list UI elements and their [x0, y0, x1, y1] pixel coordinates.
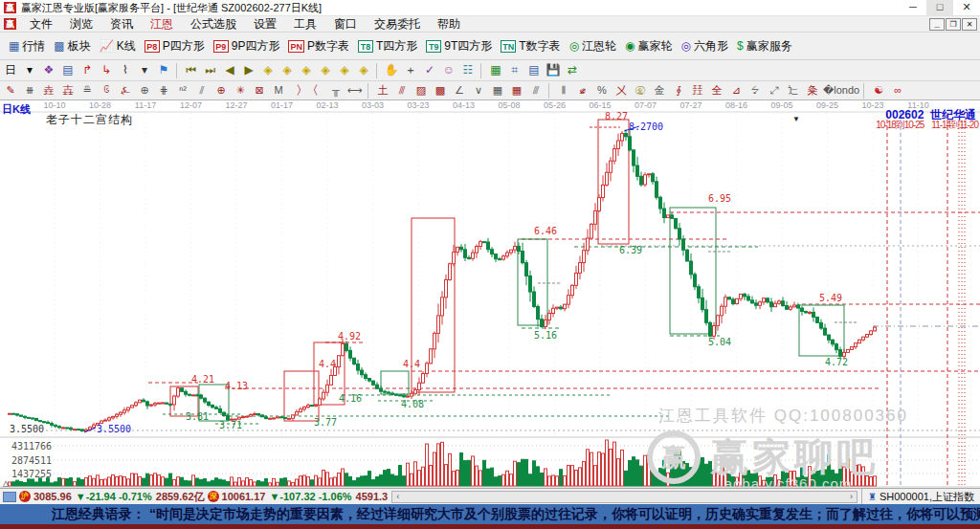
mask-tool-icon[interactable]: ☺ [440, 62, 457, 79]
percent-tool-icon[interactable]: % [593, 83, 611, 99]
menu-item-0[interactable]: 文件 [21, 17, 61, 31]
hexagon-button[interactable]: ◎六角形 [681, 38, 728, 55]
menu-item-4[interactable]: 公式选股 [182, 17, 245, 31]
slope1-tool-icon[interactable]: ⊿ [727, 83, 745, 99]
gold-box-tool-icon[interactable]: 全 [708, 83, 725, 99]
p-table-button[interactable]: PNP数字表 [288, 38, 349, 55]
period-dropdown[interactable]: ▾ [21, 62, 38, 79]
9p-square-button[interactable]: P99P四方形 [213, 38, 280, 55]
trend-tool-icon[interactable]: ∠ [451, 83, 468, 99]
notes-icon[interactable]: ▤ [525, 62, 543, 79]
chart-up-icon[interactable]: ↱ [78, 62, 96, 79]
shade-box2-tool-icon[interactable]: ▩ [432, 83, 449, 99]
ruler-tool-icon[interactable]: ⋕ [155, 83, 172, 99]
grid-lines-tool-icon[interactable]: ⧻ [21, 83, 38, 99]
percent-fan-tool-icon[interactable]: ⸙ [574, 83, 591, 99]
next-icon[interactable]: ▶ [240, 62, 257, 79]
zoom-diamond-6-icon[interactable]: ◈ [355, 62, 372, 79]
infinity-icon[interactable]: ∞ [889, 83, 906, 99]
rays-tool-icon[interactable]: ⫻ [393, 83, 411, 99]
hatch-tool-icon[interactable]: ⫻ [527, 83, 545, 99]
zoom-diamond-3-icon[interactable]: ◈ [298, 62, 315, 79]
export-icon[interactable]: ⇄ [564, 62, 581, 79]
wave-m-tool-icon[interactable]: M [270, 83, 287, 99]
menu-item-9[interactable]: 帮助 [429, 17, 469, 31]
chart-down-icon[interactable]: ↳ [98, 62, 115, 79]
menu-item-2[interactable]: 资讯 [101, 17, 142, 31]
dots-line-tool-icon[interactable]: �londo [823, 83, 859, 99]
fib-tool-icon[interactable]: ≞ [78, 83, 96, 99]
square-n-tool-icon[interactable]: ⁿ² [174, 83, 191, 99]
bridge-tool-icon[interactable]: ╥ [327, 83, 345, 99]
menu-item-5[interactable]: 设置 [245, 17, 285, 31]
zoom-diamond-4-icon[interactable]: ◈ [317, 62, 334, 79]
indicator-flag-icon[interactable]: ⚑ [155, 62, 172, 79]
sectors-button[interactable]: ▩板块 [54, 38, 90, 55]
menu-item-8[interactable]: 交易委托 [366, 17, 429, 31]
save-icon[interactable]: 💾 [545, 62, 562, 79]
maximize-button[interactable]: □ [926, 0, 953, 15]
grid-icon[interactable] [3, 492, 16, 502]
range-tool-icon[interactable]: ⟷ [346, 83, 364, 99]
ratio-tool-icon[interactable]: ⦀ [555, 83, 572, 99]
menu-item-7[interactable]: 窗口 [325, 17, 366, 31]
winner-wheel-button[interactable]: ◉赢家轮 [625, 38, 672, 55]
hand-tool-icon[interactable]: ✋ [383, 62, 400, 79]
t-table-button[interactable]: TNT数字表 [501, 38, 560, 55]
current-index-panel[interactable]: ♜ SH000001,上证指数 [861, 489, 980, 504]
gold-circle-tool-icon[interactable]: ㊎ [632, 83, 649, 99]
menu-item-6[interactable]: 工具 [285, 17, 325, 31]
zoom-diamond-2-icon[interactable]: ◈ [278, 62, 296, 79]
menu-item-3[interactable]: 江恩 [142, 17, 182, 31]
band-tool-icon[interactable]: 㠭 [689, 83, 706, 99]
slope2-tool-icon[interactable]: ⭍ [746, 83, 764, 99]
quotes-button[interactable]: ▦行情 [9, 38, 45, 55]
slope3-tool-icon[interactable]: ⤢ [766, 83, 783, 99]
close-button[interactable]: ✕ [953, 0, 980, 15]
kline-chart[interactable]: 日K线 老子十二宫结构 002602 世纪华通 10-18到10-2511-14… [0, 100, 980, 488]
target-tool-icon[interactable]: ⊕ [212, 83, 230, 99]
vee-tool-icon[interactable]: ∨ [470, 83, 487, 99]
calculator-icon[interactable]: ⌗ [506, 62, 523, 79]
gann-wheel-button[interactable]: ◎江恩轮 [569, 38, 616, 55]
calendar-icon[interactable]: ▦ [487, 62, 504, 79]
shenzhen-icon[interactable]: 深 [208, 491, 219, 502]
cross-tool-icon[interactable]: ＋ [402, 62, 419, 79]
scroll-right-arrow[interactable]: › [846, 492, 857, 501]
p-square-button[interactable]: P8P四方形 [145, 38, 205, 55]
period-day-button[interactable]: 日 [2, 62, 19, 79]
t-square-button[interactable]: T8T四方形 [358, 38, 417, 55]
fan-lines-tool-icon[interactable]: 粂 [804, 83, 821, 99]
channel-tool-icon[interactable]: ⫽ [193, 83, 211, 99]
cycle-tool-icon[interactable]: ⊕ [136, 83, 153, 99]
shanghai-icon[interactable]: 沪 [19, 491, 31, 502]
candle-style-icon[interactable]: ⌇ [117, 62, 134, 79]
gann-fan-up-tool-icon[interactable]: 🮥 [289, 83, 306, 99]
gann-fan-dn-tool-icon[interactable]: 🮤 [308, 83, 325, 99]
gold-line-tool-icon[interactable]: 金 [651, 83, 668, 99]
style-dropdown[interactable]: ▾ [136, 62, 153, 79]
matrix2-tool-icon[interactable]: ▦ [508, 83, 525, 99]
zigzag-tool-icon[interactable]: ✓ [421, 62, 438, 79]
first-page-icon[interactable]: ⏮ [183, 62, 200, 79]
anchor-tool-icon[interactable]: 土 [374, 83, 391, 99]
minimize-button[interactable]: ─ [900, 0, 926, 15]
clipboard-icon[interactable]: ▤ [59, 62, 77, 79]
matrix-tool-icon[interactable]: ▦ [489, 83, 506, 99]
mdi-restore-button[interactable]: ❐ [946, 18, 961, 31]
zoom-diamond-5-icon[interactable]: ◈ [336, 62, 353, 79]
sh-index-value[interactable]: 3085.96 [33, 491, 72, 502]
flag-pen-tool-icon[interactable]: ⨕ [670, 83, 687, 99]
prev-icon[interactable]: ◀ [221, 62, 238, 79]
sz-index-value[interactable]: 10061.17 [222, 491, 266, 502]
horizontal-scrollbar[interactable]: ‹ › [391, 491, 858, 503]
gann-grid-tool-icon[interactable]: 垚 [40, 83, 57, 99]
zoom-diamond-1-icon[interactable]: ◈ [259, 62, 277, 79]
box-x-tool-icon[interactable]: ⊠ [251, 83, 268, 99]
yinyang-icon[interactable]: ☯ [870, 83, 887, 99]
winner-service-button[interactable]: $赢家服务 [737, 38, 792, 55]
pen-tool-icon[interactable]: ✎ [2, 83, 19, 99]
flower-tool-icon[interactable]: ✳ [232, 83, 249, 99]
network-icon[interactable]: ❖ [40, 62, 57, 79]
x-line-tool-icon[interactable]: 㐅 [612, 83, 630, 99]
